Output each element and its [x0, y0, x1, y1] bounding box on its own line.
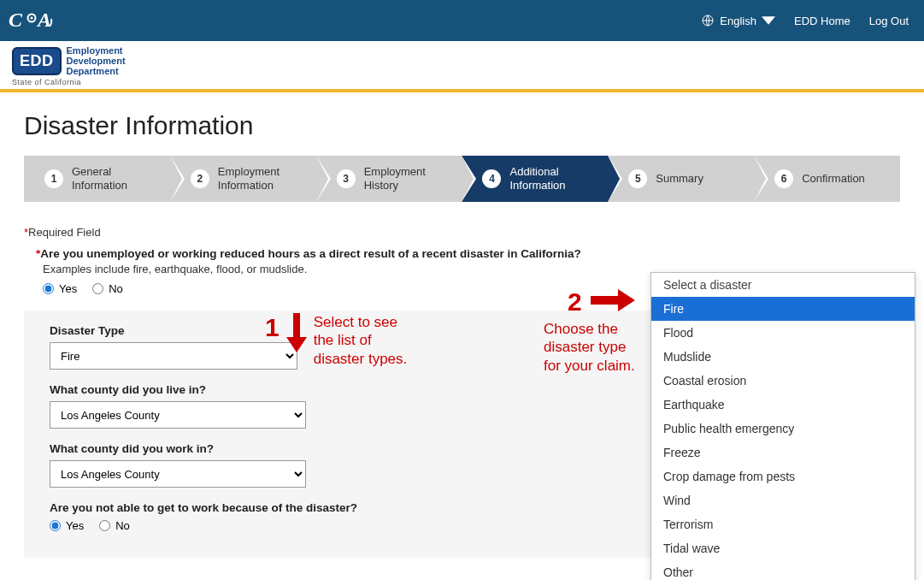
ca-gov-logo-icon: C A [9, 6, 56, 35]
listbox-option[interactable]: Select a disaster [651, 273, 915, 297]
edd-mark: EDD [12, 47, 62, 75]
step-general-information[interactable]: 1 General Information [24, 156, 170, 202]
listbox-option[interactable]: Tidal wave [651, 536, 915, 560]
ca-gov-logo: C A [9, 6, 56, 35]
language-selector[interactable]: English [701, 14, 775, 27]
step-employment-information[interactable]: 2 Employment Information [170, 156, 316, 202]
listbox-option[interactable]: Flood [651, 321, 915, 345]
listbox-option[interactable]: Public health emergency [651, 417, 915, 441]
listbox-option[interactable]: Freeze [651, 441, 915, 465]
listbox-option[interactable]: Wind [651, 488, 915, 512]
edd-subtext: State of California [12, 78, 126, 86]
step-additional-information[interactable]: 4 Additional Information [462, 156, 608, 202]
listbox-option[interactable]: Fire [651, 297, 915, 321]
top-bar: C A English EDD Home Log Out [0, 0, 924, 41]
county-work-select[interactable]: Los Angeles County [50, 460, 306, 488]
edd-text: Employment Development Department [67, 45, 126, 76]
language-label: English [720, 15, 756, 27]
listbox-option[interactable]: Terrorism [651, 512, 915, 536]
globe-icon [701, 14, 715, 27]
progress-steps: 1 General Information 2 Employment Infor… [24, 156, 900, 202]
required-field-note: *Required Field [24, 226, 900, 239]
radio-unemployed-no[interactable]: No [92, 282, 123, 295]
svg-point-2 [30, 16, 32, 19]
disaster-type-select[interactable]: Fire [50, 342, 297, 370]
county-live-select[interactable]: Los Angeles County [50, 401, 306, 429]
radio-unable-yes[interactable]: Yes [50, 519, 84, 532]
step-employment-history[interactable]: 3 Employment History [316, 156, 462, 202]
chevron-down-icon [762, 14, 775, 27]
listbox-option[interactable]: Other [651, 560, 915, 580]
svg-text:A: A [36, 9, 51, 31]
logo-band: EDD Employment Development Department St… [0, 41, 924, 92]
page-title: Disaster Information [24, 111, 900, 140]
listbox-option[interactable]: Mudslide [651, 345, 915, 369]
logout-link[interactable]: Log Out [869, 15, 909, 27]
question-unemployed: *Are you unemployed or working reduced h… [36, 247, 900, 260]
step-confirmation[interactable]: 6 Confirmation [754, 156, 900, 202]
edd-logo: EDD Employment Development Department St… [12, 45, 126, 86]
step-summary[interactable]: 5 Summary [608, 156, 754, 202]
listbox-option[interactable]: Earthquake [651, 393, 915, 417]
radio-unable-no[interactable]: No [99, 519, 130, 532]
edd-home-link[interactable]: EDD Home [794, 15, 850, 27]
listbox-option[interactable]: Crop damage from pests [651, 465, 915, 488]
svg-text:C: C [9, 9, 23, 31]
listbox-option[interactable]: Coastal erosion [651, 369, 915, 393]
disaster-type-listbox[interactable]: Select a disasterFireFloodMudslideCoasta… [650, 272, 915, 580]
radio-unemployed-yes[interactable]: Yes [43, 282, 77, 295]
